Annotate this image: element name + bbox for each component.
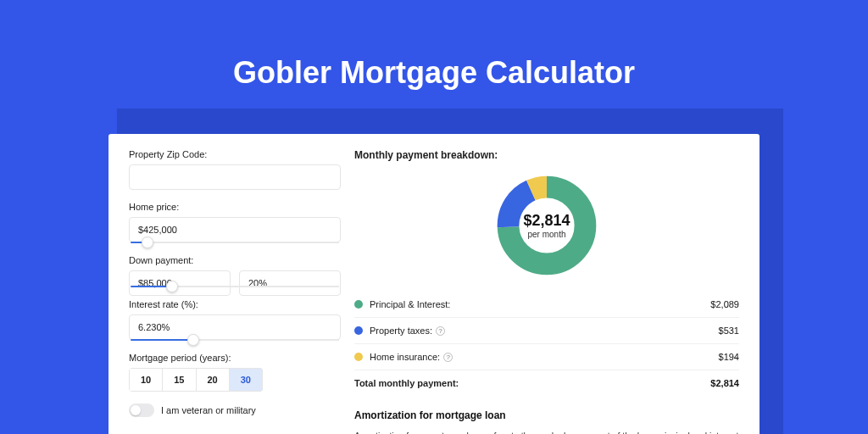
breakdown-title: Monthly payment breakdown:	[354, 149, 739, 161]
legend-dot	[354, 353, 363, 361]
legend-row: Principal & Interest:$2,089	[354, 292, 739, 318]
down-payment-pct-input[interactable]	[239, 270, 341, 296]
term-button-10[interactable]: 10	[129, 368, 162, 392]
info-icon[interactable]: ?	[443, 353, 453, 362]
down-payment-slider[interactable]	[131, 286, 339, 287]
input-panel: Property Zip Code: Home price: Down paym…	[129, 149, 341, 434]
down-payment-input[interactable]	[129, 270, 231, 296]
home-price-field: Home price:	[129, 202, 341, 243]
home-price-label: Home price:	[129, 202, 341, 212]
legend-value: $531	[719, 326, 739, 336]
term-label: Mortgage period (years):	[129, 353, 341, 363]
legend-label: Home insurance:?	[370, 352, 719, 362]
interest-rate-field: Interest rate (%):	[129, 299, 341, 341]
down-payment-slider-thumb[interactable]	[166, 281, 178, 292]
legend-dot	[354, 300, 363, 309]
home-price-slider-thumb[interactable]	[142, 236, 153, 248]
legend-total-row: Total monthly payment: $2,814	[354, 370, 739, 396]
info-icon[interactable]: ?	[436, 326, 445, 336]
donut-sublabel: per month	[527, 230, 565, 239]
legend-total-label: Total monthly payment:	[354, 378, 710, 388]
legend-label: Property taxes:?	[370, 326, 719, 336]
legend-value: $194	[719, 352, 739, 362]
veteran-row: I am veteran or military	[129, 403, 341, 417]
down-payment-pct-field	[239, 270, 341, 296]
legend: Principal & Interest:$2,089Property taxe…	[354, 292, 739, 370]
interest-rate-label: Interest rate (%):	[129, 299, 341, 309]
term-buttons: 10152030	[129, 368, 263, 392]
down-payment-label: Down payment:	[129, 255, 341, 265]
term-button-20[interactable]: 20	[196, 368, 229, 392]
legend-dot	[354, 326, 363, 335]
zip-field: Property Zip Code:	[129, 149, 341, 190]
interest-rate-slider-thumb[interactable]	[187, 334, 199, 346]
legend-value: $2,089	[710, 299, 739, 309]
payment-donut: $2,814 per month	[496, 175, 598, 276]
interest-rate-input[interactable]	[129, 314, 341, 340]
legend-row: Home insurance:?$194	[354, 344, 739, 370]
breakdown-panel: Monthly payment breakdown: $2,814 per mo…	[341, 149, 739, 434]
page-title: Gobler Mortgage Calculator	[0, 0, 868, 91]
calculator-card: Property Zip Code: Home price: Down paym…	[108, 134, 760, 434]
veteran-toggle[interactable]	[129, 403, 154, 417]
interest-rate-slider[interactable]	[131, 339, 339, 341]
term-button-30[interactable]: 30	[229, 368, 263, 392]
donut-center: $2,814 per month	[496, 175, 598, 276]
term-field: Mortgage period (years): 10152030	[129, 353, 341, 392]
legend-row: Property taxes:?$531	[354, 318, 739, 344]
toggle-knob	[131, 405, 141, 415]
home-price-input[interactable]	[129, 217, 341, 242]
veteran-label: I am veteran or military	[161, 405, 256, 415]
donut-amount: $2,814	[523, 212, 570, 230]
amortization-text: Amortization for a mortgage loan refers …	[354, 430, 739, 434]
down-payment-field	[129, 270, 231, 296]
zip-input[interactable]	[129, 164, 341, 190]
legend-total-value: $2,814	[710, 378, 739, 388]
zip-label: Property Zip Code:	[129, 149, 341, 159]
home-price-slider[interactable]	[131, 242, 339, 243]
term-button-15[interactable]: 15	[162, 368, 195, 392]
amortization-title: Amortization for mortgage loan	[354, 409, 739, 421]
legend-label: Principal & Interest:	[370, 299, 710, 309]
